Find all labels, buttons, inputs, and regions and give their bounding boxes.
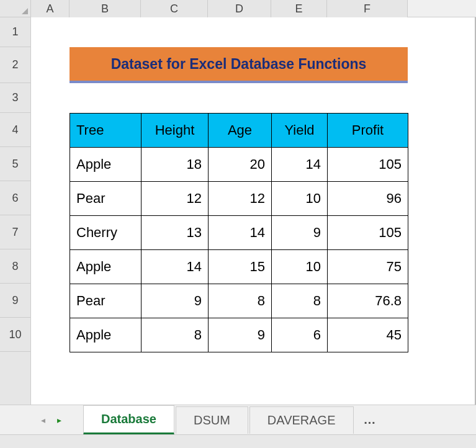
cell-age[interactable]: 12: [209, 182, 272, 216]
cell-age[interactable]: 20: [209, 148, 272, 182]
cell-profit[interactable]: 105: [328, 216, 408, 250]
tab-daverage[interactable]: DAVERAGE: [249, 406, 354, 434]
tab-nav: ◂ ▸: [37, 414, 65, 426]
cell-yield[interactable]: 14: [272, 148, 328, 182]
col-header-D[interactable]: D: [208, 0, 271, 17]
cell-yield[interactable]: 10: [272, 250, 328, 284]
table-row: Apple89645: [70, 318, 408, 352]
cell-height[interactable]: 12: [141, 182, 209, 216]
table-row: Apple14151075: [70, 250, 408, 284]
cell-tree[interactable]: Cherry: [70, 216, 141, 250]
row-header-2[interactable]: 2: [0, 47, 30, 83]
cell-height[interactable]: 14: [141, 250, 209, 284]
select-all-corner[interactable]: [0, 0, 31, 17]
cell-profit[interactable]: 45: [328, 318, 408, 352]
cell-height[interactable]: 8: [141, 318, 209, 352]
cell-height[interactable]: 18: [141, 148, 209, 182]
table-row: Pear12121096: [70, 182, 408, 216]
header-height[interactable]: Height: [141, 114, 209, 148]
nav-next-icon[interactable]: ▸: [53, 414, 65, 426]
row-header-3[interactable]: 3: [0, 83, 30, 113]
cells-grid[interactable]: Dataset for Excel Database Functions Tre…: [31, 17, 476, 405]
column-headers-row: A B C D E F: [0, 0, 476, 17]
cell-yield[interactable]: 9: [272, 216, 328, 250]
cell-tree[interactable]: Apple: [70, 250, 141, 284]
cell-profit[interactable]: 96: [328, 182, 408, 216]
row-header-7[interactable]: 7: [0, 215, 30, 249]
spreadsheet-area: A B C D E F 1 2 3 4 5 6 7 8 9 10 Dataset…: [0, 0, 476, 405]
header-profit[interactable]: Profit: [328, 114, 408, 148]
cell-age[interactable]: 14: [209, 216, 272, 250]
table-row: Pear98876.8: [70, 284, 408, 318]
table-header-row: Tree Height Age Yield Profit: [70, 114, 408, 148]
table-row: Cherry13149105: [70, 216, 408, 250]
cell-age[interactable]: 15: [209, 250, 272, 284]
header-tree[interactable]: Tree: [70, 114, 141, 148]
tab-dsum[interactable]: DSUM: [176, 406, 248, 434]
row-header-4[interactable]: 4: [0, 113, 30, 147]
cell-age[interactable]: 9: [209, 318, 272, 352]
cell-height[interactable]: 9: [141, 284, 209, 318]
col-header-C[interactable]: C: [141, 0, 208, 17]
header-age[interactable]: Age: [209, 114, 272, 148]
cell-tree[interactable]: Pear: [70, 182, 141, 216]
tab-database[interactable]: Database: [83, 405, 174, 435]
row-header-1[interactable]: 1: [0, 17, 30, 47]
cell-tree[interactable]: Apple: [70, 148, 141, 182]
status-bar: [0, 434, 476, 448]
cell-yield[interactable]: 6: [272, 318, 328, 352]
row-header-6[interactable]: 6: [0, 181, 30, 215]
cell-height[interactable]: 13: [141, 216, 209, 250]
tab-more-icon[interactable]: …: [355, 406, 385, 433]
data-table: Tree Height Age Yield Profit Apple182014…: [70, 113, 408, 352]
col-header-B[interactable]: B: [70, 0, 141, 17]
cell-profit[interactable]: 76.8: [328, 284, 408, 318]
cell-profit[interactable]: 75: [328, 250, 408, 284]
col-header-A[interactable]: A: [31, 0, 70, 17]
cell-yield[interactable]: 10: [272, 182, 328, 216]
table-row: Apple182014105: [70, 148, 408, 182]
cell-yield[interactable]: 8: [272, 284, 328, 318]
cell-tree[interactable]: Pear: [70, 284, 141, 318]
row-headers-col: 1 2 3 4 5 6 7 8 9 10: [0, 17, 31, 405]
header-yield[interactable]: Yield: [272, 114, 328, 148]
sheet-tabs-bar: ◂ ▸ Database DSUM DAVERAGE …: [0, 405, 476, 434]
row-header-5[interactable]: 5: [0, 147, 30, 181]
col-header-F[interactable]: F: [327, 0, 408, 17]
nav-prev-icon[interactable]: ◂: [37, 414, 48, 426]
row-header-9[interactable]: 9: [0, 284, 30, 318]
cell-profit[interactable]: 105: [328, 148, 408, 182]
cell-age[interactable]: 8: [209, 284, 272, 318]
col-header-E[interactable]: E: [271, 0, 327, 17]
cell-tree[interactable]: Apple: [70, 318, 141, 352]
title-banner: Dataset for Excel Database Functions: [70, 47, 408, 83]
row-header-10[interactable]: 10: [0, 318, 30, 352]
row-header-8[interactable]: 8: [0, 249, 30, 284]
